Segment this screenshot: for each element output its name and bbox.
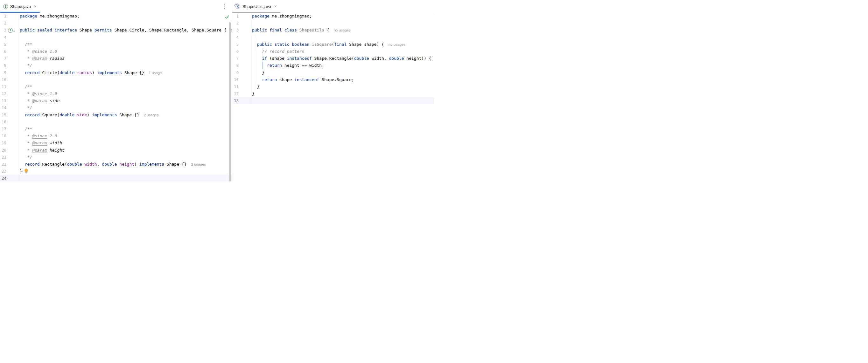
code-token: interface <box>55 28 77 32</box>
line-number: 6 <box>232 48 239 55</box>
code-line-12[interactable]: 12} <box>232 90 434 97</box>
code-line-4[interactable]: 4 <box>0 34 232 41</box>
line-number: 7 <box>232 55 239 62</box>
line-number: 12 <box>0 90 6 97</box>
code-line-13[interactable]: 13 <box>232 97 434 104</box>
code-line-6[interactable]: 6 // record pattern <box>232 48 434 55</box>
code-editor-shaputils[interactable]: 1package me.zhongmingmao;23public final … <box>232 13 434 182</box>
code-text: * @param radius <box>19 55 232 62</box>
code-line-20[interactable]: 20 * @param height <box>0 147 232 154</box>
code-token: instanceof <box>287 56 312 61</box>
code-line-8[interactable]: 8 */ <box>0 62 232 69</box>
close-icon[interactable]: ✕ <box>274 5 277 8</box>
code-text <box>19 175 232 182</box>
inspections-ok-icon[interactable] <box>225 14 229 20</box>
usages-inlay-hint[interactable]: 2 usages <box>144 113 159 117</box>
code-line-10[interactable]: 10 return shape instanceof Shape.Square; <box>232 76 434 83</box>
line-number: 3 <box>232 27 239 34</box>
usages-inlay-hint[interactable]: 1 usage <box>149 71 162 75</box>
interface-icon-letter: I <box>5 5 7 8</box>
code-line-6[interactable]: 6 * @since 1.0 <box>0 48 232 55</box>
interface-icon[interactable]: I <box>8 28 13 33</box>
usages-inlay-hint[interactable]: 9 usages <box>231 28 232 32</box>
code-token: public <box>252 28 267 32</box>
lightbulb-icon[interactable] <box>24 168 29 173</box>
code-token: class <box>284 28 297 32</box>
code-line-2[interactable]: 2 <box>0 20 232 27</box>
code-token: 1.0 <box>47 49 57 54</box>
gutter-icon-area <box>239 20 251 27</box>
code-text <box>251 34 434 41</box>
code-token: @param <box>32 98 47 103</box>
code-text: * @since 1.0 <box>19 48 232 55</box>
code-token: isSquare <box>309 42 332 47</box>
code-line-9[interactable]: 9 } <box>232 69 434 76</box>
code-line-5[interactable]: 5 /** <box>0 41 232 48</box>
more-options-icon[interactable]: ⋮ <box>222 0 227 13</box>
code-line-3[interactable]: 3public final class ShapeUtils {no usage… <box>232 27 434 34</box>
code-line-4[interactable]: 4 <box>232 34 434 41</box>
gutter-icon-area <box>239 83 251 90</box>
code-token: height == width; <box>282 63 324 68</box>
code-line-12[interactable]: 12 * @since 1.0 <box>0 90 232 97</box>
line-number: 19 <box>0 139 6 146</box>
code-line-11[interactable]: 11 /** <box>0 83 232 90</box>
code-token: * <box>20 148 32 153</box>
tab-title: ShapeUtils.java <box>243 4 271 9</box>
code-text: * @since 1.0 <box>19 90 232 97</box>
code-line-16[interactable]: 16 <box>0 119 232 126</box>
code-line-22[interactable]: 22 record Rectangle(double width, double… <box>0 161 232 168</box>
code-token: double <box>389 56 404 61</box>
tab-bar-right: C ShapeUtils.java ✕ <box>232 0 434 13</box>
code-line-24[interactable]: 24 <box>0 175 232 182</box>
usages-inlay-hint[interactable]: no usages <box>389 42 405 46</box>
code-token: Rectangle( <box>40 162 67 167</box>
code-token: Shape.Circle, Shape.Rectangle, Shape.Squ… <box>112 28 226 32</box>
code-line-19[interactable]: 19 * @param width <box>0 139 232 146</box>
code-line-18[interactable]: 18 * @since 2.0 <box>0 133 232 139</box>
code-line-11[interactable]: 11 } <box>232 83 434 90</box>
code-editor-shape[interactable]: 1package me.zhongmingmao;23I↓public seal… <box>0 13 232 182</box>
code-text <box>251 20 434 27</box>
tab-shaputils-java[interactable]: C ShapeUtils.java ✕ <box>232 0 280 13</box>
usages-inlay-hint[interactable]: 2 usages <box>191 162 206 166</box>
code-token <box>20 112 25 117</box>
code-text <box>19 119 232 126</box>
vertical-scrollbar-thumb[interactable] <box>229 22 231 182</box>
line-number: 20 <box>0 147 6 154</box>
code-text: } <box>19 168 232 175</box>
gutter-icon-area <box>239 76 251 83</box>
close-icon[interactable]: ✕ <box>34 5 37 8</box>
code-line-7[interactable]: 7 * @param radius <box>0 55 232 62</box>
code-line-7[interactable]: 7 if (shape instanceof Shape.Rectangle(d… <box>232 55 434 62</box>
tab-shape-java[interactable]: I Shape.java ✕ <box>0 0 40 13</box>
gutter-icon-area <box>239 27 251 34</box>
code-token: Square( <box>40 112 60 117</box>
usages-inlay-hint[interactable]: no usages <box>334 28 351 32</box>
code-line-2[interactable]: 2 <box>232 20 434 27</box>
code-line-17[interactable]: 17 /** <box>0 126 232 133</box>
line-number: 12 <box>232 90 239 97</box>
editor-pane-right: C ShapeUtils.java ✕ 1package me.zhongmin… <box>232 0 434 182</box>
code-line-9[interactable]: 9 record Circle(double radius) implement… <box>0 69 232 76</box>
code-line-10[interactable]: 10 <box>0 76 232 83</box>
code-token <box>252 63 267 68</box>
code-line-3[interactable]: 3I↓public sealed interface Shape permits… <box>0 27 232 34</box>
code-token: * <box>20 91 32 96</box>
code-line-1[interactable]: 1package me.zhongmingmao; <box>0 13 232 20</box>
code-line-14[interactable]: 14 */ <box>0 104 232 111</box>
code-token: package <box>252 14 270 19</box>
code-line-5[interactable]: 5 public static boolean isSquare(final S… <box>232 41 434 48</box>
code-token: Shape.Rectangle( <box>312 56 354 61</box>
code-line-15[interactable]: 15 record Square(double side) implements… <box>0 111 232 119</box>
code-line-1[interactable]: 1package me.zhongmingmao; <box>232 13 434 20</box>
code-line-23[interactable]: 23} <box>0 168 232 175</box>
code-token: } <box>252 91 254 96</box>
code-line-21[interactable]: 21 */ <box>0 154 232 161</box>
indent-guide <box>262 62 263 69</box>
code-token: /** <box>20 127 32 131</box>
code-line-13[interactable]: 13 * @param side <box>0 97 232 104</box>
code-token <box>35 28 37 32</box>
code-token: width, <box>369 56 389 61</box>
code-text: } <box>251 83 434 90</box>
